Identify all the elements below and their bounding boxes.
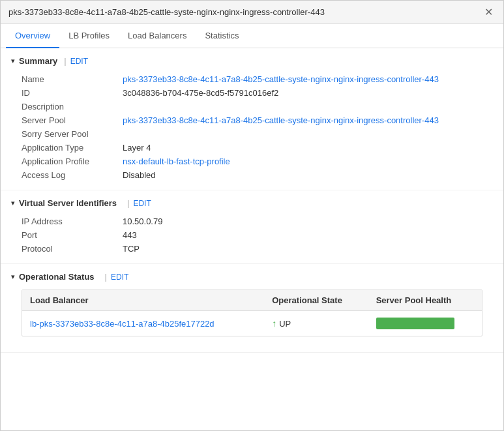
field-sorry-server-pool: Sorry Server Pool: [11, 127, 493, 141]
status-up-label: UP: [279, 319, 291, 329]
window-title: pks-3373eb33-8c8e-4c11-a7a8-4b25-cattle-…: [8, 7, 325, 17]
table-row: lb-pks-3373eb33-8c8e-4c11-a7a8-4b25fe177…: [22, 311, 482, 336]
field-port: Port 443: [11, 228, 493, 242]
field-label-description: Description: [22, 102, 123, 111]
operational-status-edit-link[interactable]: EDIT: [111, 273, 128, 282]
field-ip-address: IP Address 10.50.0.79: [11, 215, 493, 228]
virtual-server-header: ▾ Virtual Server Identifiers | EDIT: [11, 198, 493, 208]
operational-status-section: ▾ Operational Status | EDIT Load Balance…: [1, 264, 503, 353]
content-area: ▾ Summary | EDIT Name pks-3373eb33-8c8e-…: [1, 48, 503, 430]
field-label-name: Name: [22, 74, 123, 84]
field-label-server-pool: Server Pool: [22, 115, 123, 125]
up-arrow-icon: ↑: [272, 318, 276, 329]
summary-section: ▾ Summary | EDIT Name pks-3373eb33-8c8e-…: [1, 48, 503, 190]
field-label-ip-address: IP Address: [22, 216, 123, 226]
operational-status-toggle-icon[interactable]: ▾: [11, 273, 15, 281]
field-value-name: pks-3373eb33-8c8e-4c11-a7a8-4b25-cattle-…: [123, 74, 439, 84]
operational-table-container: Load Balancer Operational State Server P…: [22, 290, 482, 336]
field-label-protocol: Protocol: [22, 244, 123, 254]
close-button[interactable]: ✕: [482, 6, 496, 18]
tab-bar: Overview LB Profiles Load Balancers Stat…: [1, 24, 503, 48]
field-label-access-log: Access Log: [22, 170, 123, 180]
field-description: Description: [11, 100, 493, 113]
col-header-load-balancer: Load Balancer: [22, 290, 264, 311]
field-label-sorry-server-pool: Sorry Server Pool: [22, 129, 123, 139]
col-header-operational-state: Operational State: [264, 290, 368, 311]
cell-server-pool-health: [368, 311, 482, 336]
virtual-server-toggle-icon[interactable]: ▾: [11, 199, 15, 207]
summary-header: ▾ Summary | EDIT: [11, 56, 493, 66]
table-header-row: Load Balancer Operational State Server P…: [22, 290, 482, 311]
virtual-server-title: Virtual Server Identifiers: [19, 198, 117, 208]
cell-operational-state: ↑ UP: [264, 311, 368, 336]
field-value-access-log: Disabled: [123, 170, 156, 180]
field-protocol: Protocol TCP: [11, 242, 493, 256]
field-value-server-pool: pks-3373eb33-8c8e-4c11-a7a8-4b25-cattle-…: [123, 115, 439, 125]
operational-table: Load Balancer Operational State Server P…: [22, 290, 482, 336]
virtual-server-edit-link[interactable]: EDIT: [133, 199, 151, 208]
field-value-id: 3c048836-b704-475e-8cd5-f5791c016ef2: [123, 88, 278, 98]
status-up-container: ↑ UP: [272, 318, 360, 329]
operational-status-header: ▾ Operational Status | EDIT: [11, 272, 493, 282]
field-id: ID 3c048836-b704-475e-8cd5-f5791c016ef2: [11, 86, 493, 100]
field-access-log: Access Log Disabled: [11, 168, 493, 182]
field-label-application-profile: Application Profile: [22, 156, 123, 166]
virtual-server-section: ▾ Virtual Server Identifiers | EDIT IP A…: [1, 190, 503, 264]
field-name: Name pks-3373eb33-8c8e-4c11-a7a8-4b25-ca…: [11, 72, 493, 86]
tab-lb-profiles[interactable]: LB Profiles: [59, 24, 119, 48]
tab-overview[interactable]: Overview: [6, 24, 59, 48]
summary-toggle-icon[interactable]: ▾: [11, 57, 15, 65]
field-value-ip-address: 10.50.0.79: [123, 216, 162, 226]
cell-load-balancer: lb-pks-3373eb33-8c8e-4c11-a7a8-4b25fe177…: [22, 311, 264, 336]
field-label-port: Port: [22, 230, 123, 240]
tab-load-balancers[interactable]: Load Balancers: [119, 24, 196, 48]
tab-statistics[interactable]: Statistics: [196, 24, 248, 48]
field-value-application-type: Layer 4: [123, 143, 151, 153]
summary-title: Summary: [19, 56, 57, 66]
field-value-application-profile: nsx-default-lb-fast-tcp-profile: [123, 156, 230, 166]
field-label-id: ID: [22, 88, 123, 98]
field-value-protocol: TCP: [123, 244, 140, 254]
health-bar: [376, 318, 454, 329]
field-server-pool: Server Pool pks-3373eb33-8c8e-4c11-a7a8-…: [11, 113, 493, 127]
title-bar: pks-3373eb33-8c8e-4c11-a7a8-4b25-cattle-…: [1, 1, 503, 24]
load-balancer-link[interactable]: lb-pks-3373eb33-8c8e-4c11-a7a8-4b25fe177…: [30, 319, 215, 329]
summary-edit-link[interactable]: EDIT: [70, 57, 88, 66]
operational-status-title: Operational Status: [19, 272, 95, 282]
main-window: pks-3373eb33-8c8e-4c11-a7a8-4b25-cattle-…: [0, 0, 504, 431]
col-header-server-pool-health: Server Pool Health: [368, 290, 482, 311]
field-label-application-type: Application Type: [22, 143, 123, 153]
field-application-profile: Application Profile nsx-default-lb-fast-…: [11, 155, 493, 168]
field-value-port: 443: [123, 230, 137, 240]
field-application-type: Application Type Layer 4: [11, 141, 493, 155]
